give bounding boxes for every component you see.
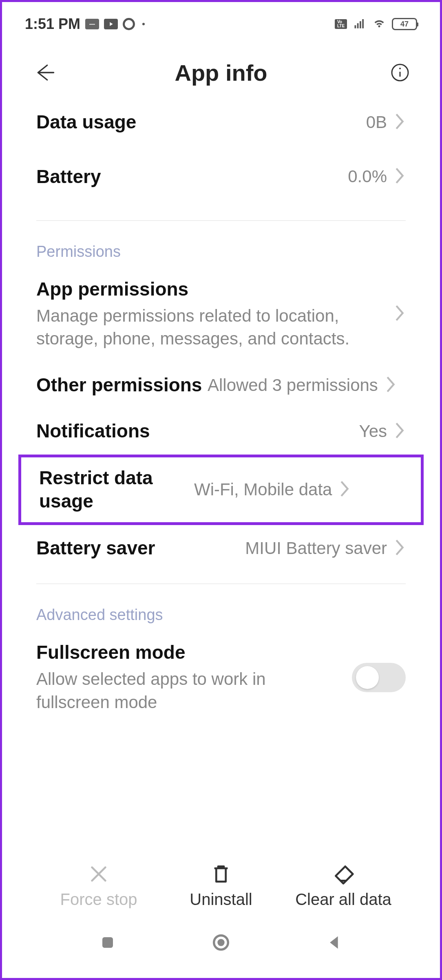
nav-back-button[interactable]: [324, 932, 345, 955]
status-left: 1:51 PM —: [25, 15, 145, 33]
row-data-usage[interactable]: Data usage 0B: [2, 99, 440, 146]
toggle-knob: [356, 666, 379, 689]
row-title: Battery saver: [36, 536, 245, 560]
trash-icon: [210, 863, 232, 885]
status-right: VoLTE 47: [335, 17, 417, 31]
fullscreen-toggle[interactable]: [352, 663, 406, 692]
row-subtitle: Manage permissions related to location, …: [36, 305, 354, 351]
row-title: Battery: [36, 165, 348, 189]
close-icon: [87, 863, 110, 885]
page-title: App info: [2, 60, 440, 86]
chevron-right-icon: [394, 304, 406, 324]
row-battery[interactable]: Battery 0.0%: [2, 146, 440, 208]
row-title: Data usage: [36, 110, 366, 134]
row-other-permissions[interactable]: Other permissions Allowed 3 permissions: [2, 362, 440, 408]
notification-circle-icon: [123, 18, 135, 30]
row-value: Wi-Fi, Mobile data: [194, 480, 332, 499]
svg-rect-3: [102, 937, 113, 948]
uninstall-button[interactable]: Uninstall: [168, 863, 274, 909]
divider: [36, 583, 406, 584]
cellular-signal-icon: [353, 17, 367, 31]
notification-app-icon: —: [85, 19, 99, 29]
nav-home-button[interactable]: [210, 932, 232, 955]
volte-icon: VoLTE: [335, 19, 347, 29]
content-scroll[interactable]: Data usage 0B Battery 0.0% Permissions A…: [2, 99, 440, 978]
row-subtitle: Allow selected apps to work in fullscree…: [36, 668, 344, 714]
force-stop-button[interactable]: Force stop: [46, 863, 152, 909]
action-label: Clear all data: [295, 890, 391, 909]
system-nav-bar: [2, 921, 440, 966]
svg-point-5: [217, 939, 224, 946]
row-title: Other permissions: [36, 373, 208, 397]
row-value: 0B: [366, 113, 387, 132]
action-bar: Force stop Uninstall Clear all data: [2, 863, 440, 909]
chevron-right-icon: [394, 167, 406, 186]
row-value: MIUI Battery saver: [245, 539, 387, 558]
row-value: 0.0%: [348, 167, 387, 186]
status-time: 1:51 PM: [25, 15, 80, 33]
notification-dot-icon: [142, 23, 145, 25]
divider: [36, 220, 406, 221]
row-title: Restrict data usage: [39, 466, 194, 513]
chevron-right-icon: [394, 539, 406, 558]
section-permissions: Permissions: [2, 233, 440, 266]
row-app-permissions[interactable]: App permissions Manage permissions relat…: [2, 266, 440, 362]
header: App info: [2, 46, 440, 99]
status-bar: 1:51 PM — VoLTE 47: [2, 2, 440, 46]
action-label: Force stop: [60, 890, 137, 909]
chevron-right-icon: [394, 113, 406, 132]
row-notifications[interactable]: Notifications Yes: [2, 408, 440, 455]
row-restrict-data-usage[interactable]: Restrict data usage Wi-Fi, Mobile data: [18, 455, 424, 525]
row-value: Yes: [359, 422, 387, 441]
row-battery-saver[interactable]: Battery saver MIUI Battery saver: [2, 525, 440, 572]
chevron-right-icon: [394, 422, 406, 441]
section-advanced: Advanced settings: [2, 596, 440, 629]
svg-point-1: [399, 68, 401, 69]
row-title: App permissions: [36, 278, 394, 301]
youtube-icon: [104, 19, 118, 29]
eraser-icon: [332, 863, 355, 885]
action-label: Uninstall: [190, 890, 252, 909]
row-value: Allowed 3 permissions: [208, 375, 378, 395]
battery-icon: 47: [392, 18, 417, 30]
back-button[interactable]: [31, 59, 58, 86]
nav-recents-button[interactable]: [97, 932, 118, 955]
info-button[interactable]: [389, 61, 411, 84]
row-title: Fullscreen mode: [36, 641, 344, 664]
battery-level-text: 47: [400, 20, 409, 29]
wifi-icon: [372, 17, 386, 31]
chevron-right-icon: [385, 375, 397, 395]
chevron-right-icon: [339, 480, 351, 499]
row-fullscreen-mode[interactable]: Fullscreen mode Allow selected apps to w…: [2, 629, 440, 725]
device-frame: 1:51 PM — VoLTE 47 App info: [0, 0, 442, 980]
clear-data-button[interactable]: Clear all data: [290, 863, 396, 909]
row-title: Notifications: [36, 419, 359, 443]
